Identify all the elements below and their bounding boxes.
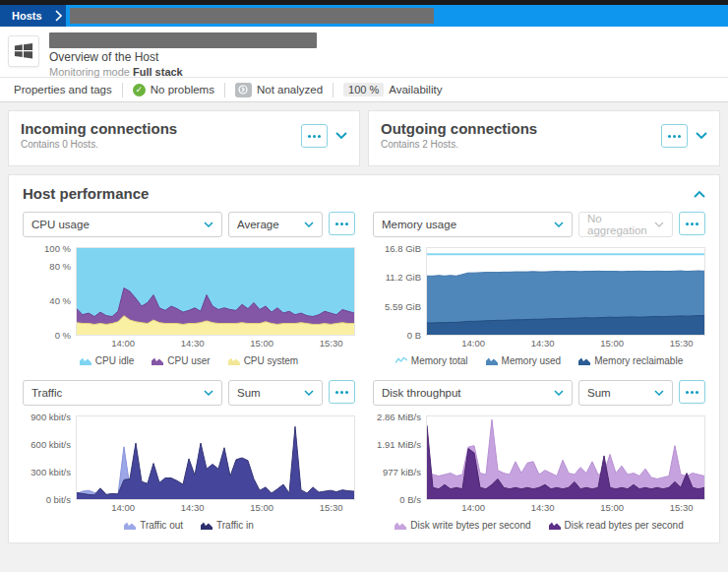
legend-label: CPU user [167, 355, 210, 366]
toolbar-divider [333, 83, 334, 97]
memory-metric-select[interactable]: Memory usage [373, 212, 573, 237]
aggregation-select[interactable]: Sum [578, 380, 673, 406]
incoming-connections-title: Incoming connections [21, 120, 177, 137]
outgoing-connections-subtitle: Contains 2 Hosts. [381, 139, 537, 150]
chart-canvas [427, 416, 704, 499]
x-axis-tick: 14:30 [181, 502, 205, 513]
availability-label: Availability [389, 84, 442, 95]
ellipsis-icon [673, 135, 676, 138]
area-series-icon [201, 521, 212, 530]
outgoing-more-button[interactable] [661, 124, 688, 148]
aggregation-select[interactable]: Average [228, 212, 323, 237]
problems-label: No problems [151, 84, 214, 95]
properties-and-tags-button[interactable]: Properties and tags [14, 84, 112, 95]
y-axis-tick: 0 B/s [374, 494, 421, 505]
traffic-metric-select[interactable]: Traffic [23, 380, 222, 406]
ellipsis-icon [340, 222, 343, 225]
monitoring-mode-label: Monitoring mode [49, 66, 130, 78]
area-series-icon [578, 356, 590, 365]
ellipsis-icon [691, 222, 694, 225]
plot-area[interactable]: 900 kbit/s600 kbit/s300 kbit/s0 bit/s14:… [76, 415, 355, 500]
legend-item[interactable]: Traffic out [124, 520, 183, 531]
metric-select-value: Memory usage [382, 219, 456, 230]
area-series-icon [228, 356, 240, 365]
chart-canvas [427, 248, 704, 335]
cpu-chart-more-button[interactable] [329, 212, 355, 235]
page-title: Overview of the Host [49, 50, 317, 65]
legend-item[interactable]: CPU user [152, 355, 210, 366]
area-series-icon [152, 356, 163, 365]
problems-status[interactable]: ✓ No problems [133, 84, 214, 96]
chevron-down-icon [654, 390, 664, 397]
y-axis-tick: 80 % [24, 260, 71, 271]
windows-os-icon [8, 35, 39, 67]
memory-chart-more-button[interactable] [679, 212, 705, 235]
outgoing-connections-card: Outgoing connections Contains 2 Hosts. [368, 110, 720, 166]
incoming-connections-subtitle: Contains 0 Hosts. [21, 139, 177, 150]
x-axis-tick: 14:30 [531, 502, 555, 513]
chevron-down-icon [554, 222, 564, 228]
incoming-more-button[interactable] [301, 124, 328, 148]
legend-item[interactable]: Disk read bytes per second [549, 520, 684, 531]
x-axis-tick: 15:00 [250, 502, 273, 513]
area-series-icon [486, 356, 498, 365]
not-analyzed-label: Not analyzed [257, 84, 323, 95]
redacted-breadcrumb-entity [70, 8, 434, 24]
disk-chart-more-button[interactable] [679, 380, 705, 404]
plot-area[interactable]: 100 %80 %40 %0 %14:0014:3015:0015:30 [76, 247, 355, 336]
x-axis-tick: 14:00 [461, 502, 485, 513]
cpu-metric-select[interactable]: CPU usage [23, 212, 222, 237]
legend-label: CPU system [244, 355, 299, 366]
x-axis-tick: 14:00 [111, 502, 135, 513]
y-axis-tick: 11.2 GiB [374, 272, 421, 283]
aggregation-select[interactable]: Sum [228, 380, 323, 406]
breadcrumb-hosts[interactable]: Hosts [0, 5, 52, 27]
collapse-chevron-up-icon[interactable] [694, 190, 705, 198]
chevron-down-icon [304, 390, 314, 397]
host-toolbar: Properties and tags ✓ No problems Not an… [0, 78, 728, 102]
outgoing-expand-chevron-down-icon[interactable] [696, 132, 707, 140]
chevron-down-icon [204, 390, 213, 397]
plot-area[interactable]: 2.86 MiB/s1.91 MiB/s977 kiB/s0 B/s14:001… [426, 415, 705, 500]
x-axis-tick: 14:30 [181, 338, 205, 349]
chevron-down-icon [204, 222, 213, 228]
analysis-status[interactable]: Not analyzed [235, 83, 323, 97]
x-axis-tick: 14:00 [111, 338, 135, 349]
aggregation-select-value: No aggregation [587, 213, 654, 236]
traffic-chart-more-button[interactable] [329, 380, 355, 404]
availability-badge: 100 % [343, 83, 384, 96]
metric-select-value: Traffic [31, 387, 62, 399]
y-axis-tick: 16.8 GiB [374, 243, 421, 254]
host-header: Overview of the Host Monitoring mode Ful… [0, 27, 728, 78]
metric-select-value: Disk throughput [382, 387, 461, 399]
connections-row: Incoming connections Contains 0 Hosts. O… [8, 110, 720, 166]
y-axis-tick: 40 % [24, 294, 71, 305]
host-performance-title: Host performance [23, 185, 149, 202]
aggregation-select-value: Average [237, 219, 279, 230]
availability-status[interactable]: 100 % Availability [343, 83, 442, 96]
x-axis-tick: 15:30 [670, 338, 694, 349]
y-axis-tick: 300 kbit/s [24, 467, 71, 477]
ellipsis-icon [313, 135, 316, 138]
legend-item[interactable]: Disk write bytes per second [394, 520, 530, 531]
legend-label: Memory total [411, 355, 468, 366]
area-series-icon [394, 521, 406, 530]
legend-label: Memory reclaimable [594, 355, 683, 366]
legend-item[interactable]: CPU idle [80, 355, 134, 366]
area-series-icon [80, 356, 91, 365]
incoming-expand-chevron-down-icon[interactable] [335, 132, 347, 140]
disk-metric-select[interactable]: Disk throughput [373, 380, 573, 406]
y-axis-tick: 0 % [24, 330, 71, 341]
properties-and-tags-label: Properties and tags [14, 84, 112, 95]
y-axis-tick: 100 % [24, 243, 71, 254]
legend-item[interactable]: Memory reclaimable [578, 355, 683, 366]
x-axis-tick: 15:30 [320, 502, 343, 513]
legend-item[interactable]: Traffic in [201, 520, 254, 531]
aggregation-select-value: Sum [587, 387, 611, 399]
legend-label: Disk write bytes per second [410, 520, 530, 531]
legend-item[interactable]: Memory used [486, 355, 562, 366]
y-axis-tick: 0 B [374, 330, 421, 341]
legend-item[interactable]: CPU system [228, 355, 299, 366]
plot-area[interactable]: 16.8 GiB11.2 GiB5.59 GiB0 B14:0014:3015:… [426, 247, 705, 336]
legend-item[interactable]: Memory total [395, 355, 468, 366]
